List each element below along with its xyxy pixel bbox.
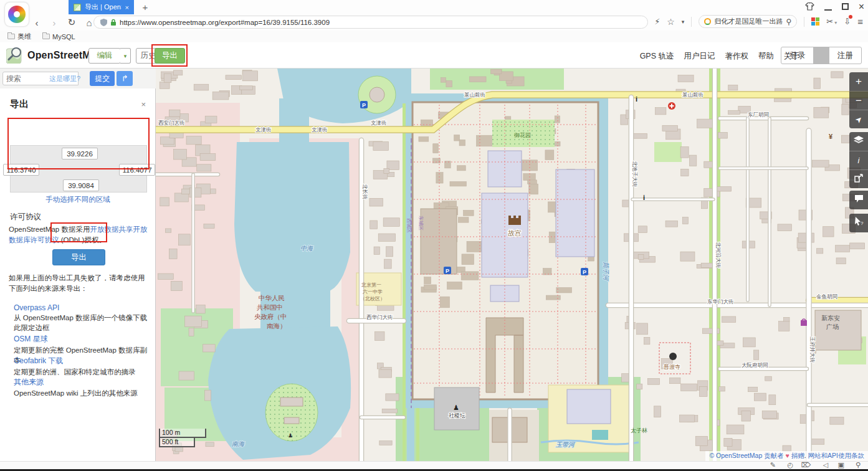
tab-favicon xyxy=(74,4,81,11)
scale-meters: 100 m xyxy=(159,429,206,438)
map-label-lake: 南海 xyxy=(232,440,245,447)
svg-text:共和国中: 共和国中 xyxy=(257,303,283,311)
license-heading: 许可协议 xyxy=(10,212,41,222)
panel-close-icon[interactable]: × xyxy=(141,100,146,109)
shield-icon xyxy=(100,19,107,26)
map-label-road: 景山前街 xyxy=(682,92,703,98)
note-bubble-icon xyxy=(854,194,864,203)
svg-text:P: P xyxy=(583,269,586,275)
new-tab-button[interactable]: + xyxy=(138,1,152,14)
nav-gps-traces[interactable]: GPS 轨迹 xyxy=(640,51,674,62)
layers-icon xyxy=(854,136,864,145)
clock-icon[interactable]: ◴ xyxy=(787,461,793,469)
export-tab-button[interactable]: 导出 xyxy=(155,48,185,64)
manual-select-link[interactable]: 手动选择不同的区域 xyxy=(0,195,156,204)
bbox-west-input[interactable] xyxy=(3,164,39,176)
map-canvas[interactable]: 景山前街 景山前街 文津街 文津街 文津街 西安门大街 北长街 西华门大街 东华… xyxy=(156,69,868,461)
refresh-icon[interactable]: ↻ xyxy=(66,17,77,28)
donate-link[interactable]: 捐赠 xyxy=(791,452,804,459)
svg-text:新东安: 新东安 xyxy=(821,315,840,321)
address-bar[interactable]: https://www.openstreetmap.org/export#map… xyxy=(93,16,648,29)
map-label-taizilin: 太子林 xyxy=(631,427,647,434)
edit-icon[interactable]: ✎ xyxy=(770,461,776,469)
query-features-button[interactable]: ? xyxy=(849,214,868,232)
back-icon[interactable]: ‹ xyxy=(31,17,42,28)
maximize-button[interactable] xyxy=(842,3,849,10)
bbox-north-input[interactable] xyxy=(62,148,98,159)
browser-tab[interactable]: 导出 | OpenStreetMap × xyxy=(69,0,134,14)
export-button[interactable]: 导出 xyxy=(52,249,105,265)
map-label-road: 北河沿大街 xyxy=(715,242,722,269)
source-link-other[interactable]: 其他来源 xyxy=(14,377,150,388)
zoom-in-button[interactable]: + xyxy=(849,72,868,91)
query-control: ? xyxy=(849,214,868,232)
nav-help[interactable]: 帮助 xyxy=(758,51,774,62)
map-info-button[interactable]: i xyxy=(849,151,868,169)
screenshot-scissors-icon[interactable]: ✂ ▾ xyxy=(826,17,837,26)
map-label-temple: 普渡寺 xyxy=(663,364,680,370)
map-label-road: 东厂胡同 xyxy=(748,112,769,118)
close-button[interactable]: × xyxy=(859,3,864,11)
locate-arrow-icon: ➤ xyxy=(850,111,868,129)
map-label-road: 北长街 xyxy=(362,184,368,200)
parking-icon: P xyxy=(444,267,451,274)
locate-button[interactable]: ➤ xyxy=(849,110,868,128)
layers-button[interactable] xyxy=(849,132,868,151)
tab-close-icon[interactable]: × xyxy=(125,4,129,11)
apps-grid-icon[interactable] xyxy=(811,17,819,26)
chevron-down-icon[interactable]: ▾ xyxy=(682,19,685,25)
bookmark-star-icon[interactable]: ☆ xyxy=(667,17,675,27)
monument-icon: ♟ xyxy=(453,404,459,411)
osm-sidebar: 这是哪里? 提交 ↱ 导出 × 手动选择不同的区域 许可协议 OpenStree… xyxy=(0,69,156,461)
where-am-i-link[interactable]: 这是哪里? xyxy=(49,74,80,83)
search-engine-icon xyxy=(704,18,711,25)
license-paragraph: OpenStreetMap 数据采用开放数据共享开放数据库许可协议 (ODbL)… xyxy=(9,224,148,245)
map-label-road: 西安门大街 xyxy=(158,120,185,126)
map-label-lake: 中海 xyxy=(300,245,313,252)
tab-title: 导出 | OpenStreetMap xyxy=(85,2,122,12)
bbox-south-input[interactable] xyxy=(63,179,99,191)
edit-dropdown-caret-icon[interactable]: ▾ xyxy=(120,48,131,64)
search-submit-button[interactable]: 提交 xyxy=(90,71,115,86)
scale-feet: 500 ft xyxy=(159,438,195,447)
svg-text:北京第一: 北京第一 xyxy=(361,282,381,288)
share-button[interactable] xyxy=(849,169,868,188)
forward-icon[interactable]: › xyxy=(49,17,60,28)
zoom-out-button[interactable]: − xyxy=(849,91,868,110)
terms-link[interactable]: 网站和API使用条款 xyxy=(808,452,864,459)
map-label-road: 景山前街 xyxy=(464,92,485,98)
query-cursor-icon: ? xyxy=(854,217,864,226)
bbox-east-input[interactable] xyxy=(119,164,155,176)
nav-user-diaries[interactable]: 用户日记 xyxy=(684,51,715,62)
login-button[interactable]: 登录 xyxy=(781,50,813,61)
search-icon[interactable]: ⚲ xyxy=(856,461,861,469)
browser-logo[interactable] xyxy=(5,2,29,26)
flash-icon[interactable]: ⚡ xyxy=(654,17,660,26)
bookmark-item[interactable]: MySQL xyxy=(42,33,75,40)
source-link-overpass[interactable]: Overpass API xyxy=(14,303,150,312)
map-label-road: 王府井大街 xyxy=(809,336,816,363)
bookmarks-bar: 奥维 MySQL xyxy=(0,31,868,42)
map-label-road: 文津街 xyxy=(255,126,272,133)
volume-icon[interactable]: ◁ xyxy=(823,461,828,469)
source-link-geofabrik[interactable]: Geofabrik 下载 xyxy=(14,356,150,366)
window-icon[interactable]: ▣ xyxy=(838,461,844,469)
source-link-osm-planet[interactable]: OSM 星球 xyxy=(14,334,150,345)
directions-button[interactable]: ↱ xyxy=(117,71,133,86)
skin-icon[interactable] xyxy=(805,2,814,11)
parking-icon: P xyxy=(581,268,588,275)
map-label-road: 东华门大街 xyxy=(707,298,734,305)
minimize-button[interactable] xyxy=(824,3,832,11)
menu-hamburger-icon[interactable]: ≡ xyxy=(857,16,863,27)
add-note-button[interactable] xyxy=(849,191,868,209)
signup-button[interactable]: 注册 xyxy=(829,50,861,61)
attribution-copyright-link[interactable]: © OpenStreetMap 贡献者 xyxy=(709,452,783,459)
download-icon[interactable]: ⇩ xyxy=(844,17,851,26)
nav-copyright[interactable]: 著作权 xyxy=(725,51,749,62)
bookmark-item[interactable]: 奥维 xyxy=(7,32,31,41)
browser-search-box[interactable]: 归化才是国足唯一出路 ⚲ xyxy=(699,15,797,28)
map-label-road: 西华门大街 xyxy=(366,314,393,320)
trash-icon[interactable]: ⌦ xyxy=(801,461,811,469)
magnifier-icon[interactable]: ⚲ xyxy=(786,17,791,26)
edit-button[interactable]: 编辑 xyxy=(88,48,121,64)
